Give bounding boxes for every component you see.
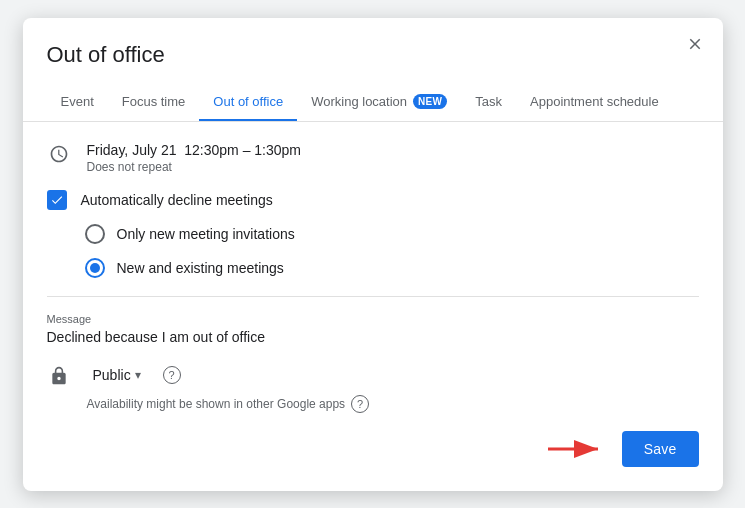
arrow-hint [546, 437, 606, 461]
message-label: Message [47, 313, 699, 325]
new-badge: NEW [413, 94, 447, 109]
dialog-title: Out of office [47, 42, 699, 68]
tab-appointment-schedule[interactable]: Appointment schedule [516, 84, 673, 121]
radio-group: Only new meeting invitations New and exi… [85, 224, 699, 278]
section-divider [47, 296, 699, 297]
message-text[interactable]: Declined because I am out of office [47, 329, 699, 345]
auto-decline-checkbox[interactable] [47, 190, 67, 210]
close-button[interactable] [681, 30, 709, 58]
tab-working-location[interactable]: Working location NEW [297, 84, 461, 121]
radio-new-existing-inner [90, 263, 100, 273]
dialog-footer: Save [23, 423, 723, 467]
radio-new-existing[interactable]: New and existing meetings [85, 258, 699, 278]
repeat-text: Does not repeat [87, 160, 699, 174]
datetime-text: Friday, July 21 12:30pm – 1:30pm [87, 142, 699, 158]
radio-only-new[interactable]: Only new meeting invitations [85, 224, 699, 244]
message-section: Message Declined because I am out of off… [47, 313, 699, 345]
visibility-section: Public ▾ ? Availability might be shown i… [47, 363, 699, 413]
tab-event[interactable]: Event [47, 84, 108, 121]
visibility-row: Public ▾ ? [47, 363, 699, 387]
dialog-header: Out of office Event Focus time Out of of… [23, 18, 723, 122]
availability-help-icon[interactable]: ? [351, 395, 369, 413]
datetime-row: Friday, July 21 12:30pm – 1:30pm Does no… [47, 142, 699, 174]
clock-icon [47, 144, 71, 164]
visibility-help-icon[interactable]: ? [163, 366, 181, 384]
radio-new-existing-label: New and existing meetings [117, 260, 284, 276]
lock-icon [47, 366, 71, 386]
visibility-dropdown[interactable]: Public ▾ [87, 363, 147, 387]
tab-out-of-office[interactable]: Out of office [199, 84, 297, 121]
auto-decline-label: Automatically decline meetings [81, 192, 273, 208]
datetime-content: Friday, July 21 12:30pm – 1:30pm Does no… [87, 142, 699, 174]
radio-only-new-button[interactable] [85, 224, 105, 244]
save-button[interactable]: Save [622, 431, 699, 467]
availability-row: Availability might be shown in other Goo… [87, 395, 699, 413]
dialog-body: Friday, July 21 12:30pm – 1:30pm Does no… [23, 122, 723, 423]
tab-task[interactable]: Task [461, 84, 516, 121]
auto-decline-row: Automatically decline meetings [47, 190, 699, 210]
tabs-container: Event Focus time Out of office Working l… [47, 84, 699, 121]
radio-only-new-label: Only new meeting invitations [117, 226, 295, 242]
dialog: Out of office Event Focus time Out of of… [23, 18, 723, 491]
tab-focus-time[interactable]: Focus time [108, 84, 200, 121]
arrow-icon [546, 437, 606, 461]
radio-new-existing-button[interactable] [85, 258, 105, 278]
